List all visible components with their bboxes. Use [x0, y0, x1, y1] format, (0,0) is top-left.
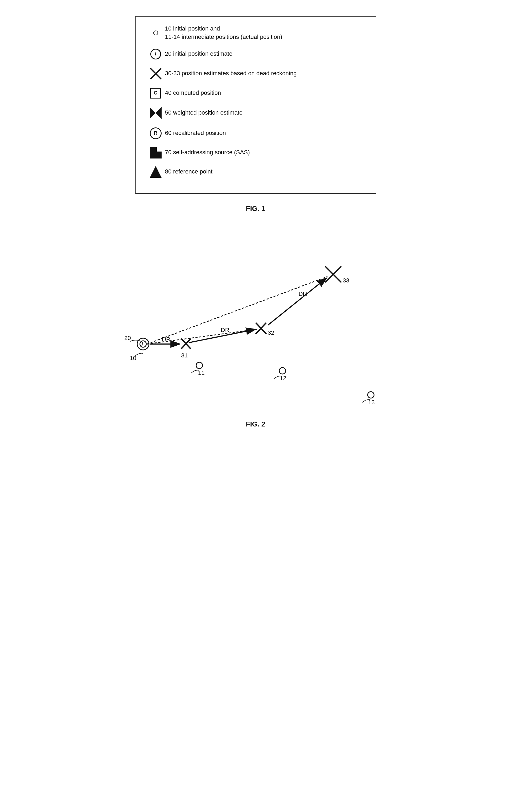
initial-estimate-icon: I — [146, 49, 165, 59]
legend-item-initial: 10 initial position and11-14 intermediat… — [146, 25, 365, 41]
legend-item-computed: C 40 computed position — [146, 88, 365, 98]
legend-label-initial: 10 initial position and11-14 intermediat… — [165, 25, 283, 41]
legend-item-recalibrated: R 60 recalibrated position — [146, 127, 365, 139]
legend-item-sas: 70 self-addressing source (SAS) — [146, 147, 365, 158]
weighted-estimate-icon — [146, 106, 165, 120]
legend-label-recalibrated: 60 recalibrated position — [165, 129, 226, 137]
legend-item-reference: 80 reference point — [146, 166, 365, 178]
label-32: 32 — [268, 329, 274, 336]
initial-position-icon — [146, 31, 165, 35]
svg-marker-2 — [150, 107, 156, 119]
recalibrated-position-icon: R — [146, 127, 165, 139]
label-13: 13 — [368, 399, 375, 406]
dr2-label: DR — [221, 327, 230, 333]
label-11: 11 — [198, 370, 205, 376]
label-31: 31 — [181, 352, 188, 359]
dr3-label: DR — [298, 290, 307, 297]
legend-label-computed: 40 computed position — [165, 89, 221, 97]
svg-point-23 — [368, 392, 374, 398]
svg-marker-3 — [156, 107, 162, 119]
dr1-label: DR — [162, 336, 170, 343]
legend-label-reference: 80 reference point — [165, 168, 213, 176]
dead-reckoning-icon — [146, 67, 165, 80]
triangle-icon — [150, 166, 162, 178]
computed-position-icon: C — [146, 88, 165, 98]
legend-box: 10 initial position and11-14 intermediat… — [135, 16, 376, 194]
label-20: 20 — [124, 335, 131, 341]
svg-point-22 — [279, 368, 286, 374]
fig1-label: FIG. 1 — [246, 205, 265, 213]
square-c-icon: C — [150, 88, 161, 98]
square-notch-icon — [150, 147, 162, 158]
svg-text:I: I — [141, 342, 143, 347]
svg-point-12 — [140, 341, 146, 347]
legend-label-initial-estimate: 20 initial position estimate — [165, 50, 233, 58]
legend-item-dead-reckoning: 30-33 position estimates based on dead r… — [146, 67, 365, 80]
svg-line-11 — [268, 278, 327, 325]
legend-label-sas: 70 self-addressing source (SAS) — [165, 148, 250, 156]
legend-item-initial-estimate: I 20 initial position estimate — [146, 49, 365, 59]
svg-line-8 — [147, 277, 327, 344]
sas-icon — [146, 147, 165, 158]
svg-point-21 — [196, 362, 203, 369]
fig2-container: DR DR DR 10 I 20 31 32 33 11 — [108, 229, 403, 417]
circle-r-icon: R — [150, 127, 162, 139]
fig2-label: FIG. 2 — [246, 420, 265, 428]
label-33: 33 — [343, 277, 349, 284]
legend-item-weighted: 50 weighted position estimate — [146, 106, 365, 120]
circle-i-icon: I — [150, 49, 161, 59]
fig2-svg: DR DR DR 10 I 20 31 32 33 11 — [108, 229, 403, 416]
legend-label-weighted: 50 weighted position estimate — [165, 109, 243, 117]
legend-label-dead-reckoning: 30-33 position estimates based on dead r… — [165, 69, 297, 78]
reference-point-icon — [146, 166, 165, 178]
